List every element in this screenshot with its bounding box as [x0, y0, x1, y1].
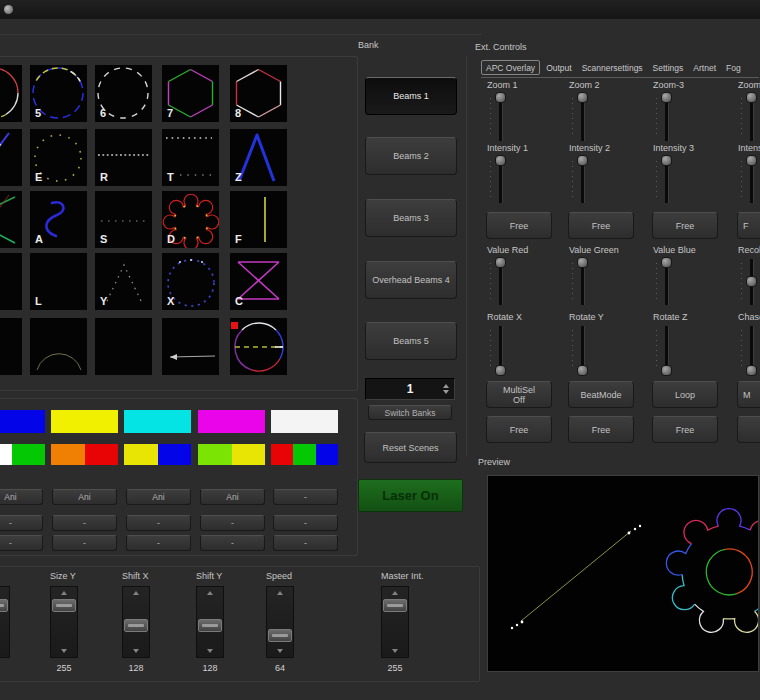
ext-slider-chase[interactable]	[735, 324, 760, 376]
bank-button-beams-3[interactable]: Beams 3	[365, 199, 457, 237]
pattern-cell[interactable]	[30, 318, 87, 375]
color-swatch-multi[interactable]	[124, 444, 191, 465]
pattern-cell[interactable]: T	[162, 129, 219, 186]
color-swatch-multi[interactable]	[271, 444, 338, 465]
slider-thumb[interactable]	[746, 92, 757, 103]
ani-button[interactable]: Ani	[0, 489, 43, 505]
color-swatch[interactable]	[198, 410, 265, 433]
slider-thumb[interactable]	[661, 155, 672, 166]
free-button[interactable]	[737, 416, 760, 443]
pattern-cell[interactable]	[0, 129, 22, 186]
ani-button[interactable]: Ani	[200, 489, 265, 505]
pattern-cell[interactable]: R	[95, 129, 152, 186]
ext-slider-intensity-3[interactable]	[650, 155, 728, 205]
free-button-free[interactable]: Free	[568, 416, 634, 443]
pattern-cell[interactable]: 6	[95, 65, 152, 122]
ext-slider-rotate-z[interactable]	[650, 324, 728, 376]
ext-slider-intensity-1[interactable]	[484, 155, 562, 205]
ani-button[interactable]: -	[273, 489, 338, 505]
free-button-free[interactable]: Free	[652, 212, 718, 239]
pattern-cell[interactable]	[230, 318, 287, 375]
slider-thumb[interactable]	[0, 599, 8, 612]
pattern-cell[interactable]: 5	[30, 65, 87, 122]
slider-thumb[interactable]	[268, 629, 292, 642]
tab-fog[interactable]: Fog	[722, 61, 745, 74]
pattern-cell[interactable]: S	[95, 191, 152, 248]
ext-slider-zoom-3[interactable]	[650, 92, 728, 143]
mode-button-beatmode[interactable]: BeatMode	[568, 381, 634, 408]
ext-slider-value-green[interactable]	[566, 257, 644, 307]
bank-button-beams-2[interactable]: Beams 2	[365, 137, 457, 175]
pattern-cell[interactable]	[95, 318, 152, 375]
ext-slider-zoom-2[interactable]	[566, 92, 644, 143]
free-button-free[interactable]: Free	[486, 416, 552, 443]
color-swatch[interactable]	[0, 410, 45, 433]
slider-track-item[interactable]	[0, 586, 10, 658]
slider-thumb[interactable]	[661, 365, 672, 376]
reset-scenes-button[interactable]: Reset Scenes	[364, 432, 457, 463]
pattern-cell[interactable]: C	[230, 253, 287, 310]
pattern-cell[interactable]	[0, 191, 22, 248]
ani-button[interactable]: Ani	[126, 489, 191, 505]
ani-button[interactable]: -	[52, 535, 117, 551]
tab-apc-overlay[interactable]: APC Overlay	[481, 60, 540, 75]
slider-thumb[interactable]	[661, 92, 672, 103]
slider-thumb[interactable]	[495, 257, 506, 268]
color-swatch-multi[interactable]	[0, 444, 45, 465]
slider-thumb[interactable]	[577, 155, 588, 166]
slider-thumb[interactable]	[746, 365, 757, 376]
pattern-cell[interactable]	[162, 318, 219, 375]
mode-button-m[interactable]: M	[737, 381, 760, 408]
mode-button-loop[interactable]: Loop	[652, 381, 718, 408]
slider-thumb[interactable]	[52, 599, 76, 612]
pattern-cell[interactable]: E	[30, 129, 87, 186]
switch-banks-button[interactable]: Switch Banks	[368, 405, 452, 420]
color-swatch[interactable]	[271, 410, 338, 433]
pattern-cell[interactable]: A	[30, 191, 87, 248]
ext-slider-zoom[interactable]	[735, 92, 760, 143]
laser-on-button[interactable]: Laser On	[358, 479, 463, 512]
ani-button[interactable]: -	[200, 515, 265, 531]
slider-thumb[interactable]	[577, 257, 588, 268]
color-swatch[interactable]	[51, 410, 118, 433]
slider-thumb[interactable]	[746, 155, 757, 166]
ani-button[interactable]: -	[273, 515, 338, 531]
ani-button[interactable]: -	[0, 535, 43, 551]
ext-slider-value-red[interactable]	[484, 257, 562, 307]
pattern-cell[interactable]: Y	[95, 253, 152, 310]
ani-button[interactable]: -	[0, 515, 43, 531]
slider-thumb[interactable]	[746, 276, 757, 287]
bank-spinner[interactable]: 1	[365, 378, 455, 400]
ext-slider-value-blue[interactable]	[650, 257, 728, 307]
pattern-cell[interactable]: 7	[162, 65, 219, 122]
pattern-cell[interactable]	[0, 318, 22, 375]
bank-button-beams-1[interactable]: Beams 1	[365, 77, 457, 115]
pattern-cell[interactable]: 8	[230, 65, 287, 122]
color-swatch-multi[interactable]	[51, 444, 118, 465]
slider-thumb[interactable]	[383, 599, 407, 612]
slider-track-shift-x[interactable]	[122, 586, 150, 658]
ext-slider-rotate-y[interactable]	[566, 324, 644, 376]
spinner-down-icon[interactable]	[443, 390, 449, 394]
ani-button[interactable]: -	[273, 535, 338, 551]
slider-thumb[interactable]	[198, 619, 222, 632]
slider-thumb[interactable]	[577, 365, 588, 376]
color-swatch[interactable]	[124, 410, 191, 433]
ani-button[interactable]: -	[126, 535, 191, 551]
slider-thumb[interactable]	[661, 257, 672, 268]
bank-button-beams-5[interactable]: Beams 5	[365, 322, 457, 360]
slider-thumb[interactable]	[124, 619, 148, 632]
slider-thumb[interactable]	[495, 365, 506, 376]
ani-button[interactable]: -	[200, 535, 265, 551]
slider-thumb[interactable]	[495, 92, 506, 103]
slider-track-master-int[interactable]	[381, 586, 409, 658]
ext-slider-rotate-x[interactable]	[484, 324, 562, 376]
slider-track-speed[interactable]	[266, 586, 294, 658]
ext-slider-intensi[interactable]	[735, 155, 760, 205]
tab-scannersettings[interactable]: Scannersettings	[578, 61, 647, 74]
ani-button[interactable]: -	[52, 515, 117, 531]
ext-slider-zoom-1[interactable]	[484, 92, 562, 143]
free-button-free[interactable]: Free	[652, 416, 718, 443]
ani-button[interactable]: -	[126, 515, 191, 531]
slider-track-shift-y[interactable]	[196, 586, 224, 658]
